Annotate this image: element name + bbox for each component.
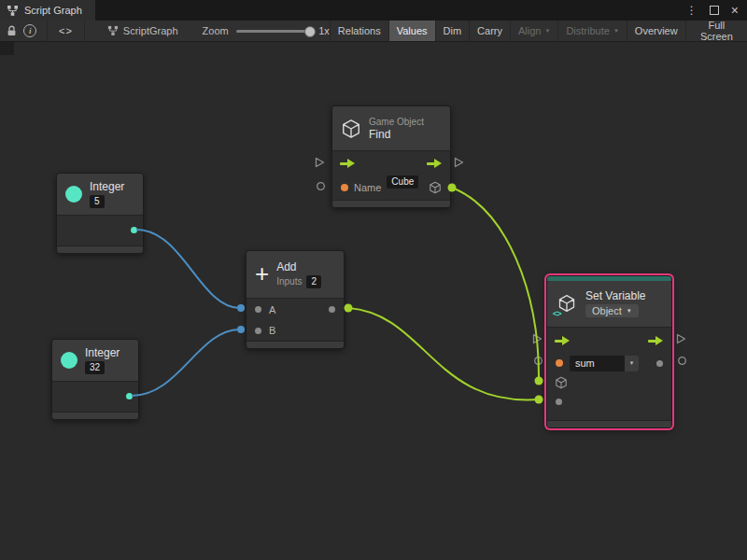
code-toggle-button[interactable]: <> — [47, 21, 85, 41]
node-title: Add — [276, 261, 321, 273]
dropdown-arrow-icon: ▼ — [627, 308, 632, 314]
zoom-slider-fill — [236, 30, 309, 33]
find-node[interactable]: Game Object Find Name Cube — [331, 105, 451, 208]
node-footer — [247, 341, 344, 348]
node-footer — [332, 200, 450, 207]
zoom-label: Zoom — [203, 25, 229, 36]
tab-title: Script Graph — [24, 5, 82, 16]
name-value-field[interactable]: Cube — [387, 175, 418, 189]
add-node[interactable]: + Add Inputs 2 A B — [246, 250, 345, 349]
lock-icon[interactable] — [3, 21, 21, 41]
flow-out-arrow-icon[interactable] — [648, 335, 664, 346]
value-input-port[interactable] — [556, 399, 562, 405]
set-variable-node[interactable]: <> Set Variable Object ▼ sum ▼ — [546, 275, 672, 428]
set-variable-icon: <> — [556, 293, 578, 315]
unity-script-graph-window: Script Graph ⋮ × i <> ScriptGrap — [0, 0, 747, 560]
graph-toolbar: i <> ScriptGraph Zoom 1x Relations Value… — [0, 21, 747, 42]
close-icon[interactable]: × — [731, 0, 739, 21]
gameobject-input-port[interactable] — [555, 376, 568, 389]
value-output-port[interactable] — [677, 356, 687, 366]
output-port-value[interactable] — [656, 360, 663, 367]
node-category: Game Object — [369, 117, 424, 127]
integer-node-2[interactable]: Integer 32 — [51, 339, 139, 420]
graph-asset-icon — [107, 25, 119, 36]
inputs-count-field[interactable]: 2 — [306, 275, 321, 288]
output-port[interactable] — [126, 393, 133, 399]
output-port[interactable] — [131, 227, 137, 233]
node-footer — [52, 412, 138, 419]
relations-button[interactable]: Relations — [330, 21, 388, 41]
node-title: Integer — [90, 181, 124, 193]
add-icon: + — [255, 261, 269, 286]
dim-button[interactable]: Dim — [435, 21, 470, 41]
flow-output-port[interactable] — [454, 157, 464, 168]
dropdown-arrow-icon: ▼ — [629, 360, 635, 366]
gameobject-output-port[interactable] — [429, 181, 442, 194]
node-footer — [57, 245, 143, 253]
output-port-sum[interactable] — [329, 306, 335, 313]
node-footer — [547, 420, 671, 427]
name-input-port[interactable] — [341, 184, 348, 191]
canvas-corner — [0, 41, 14, 55]
node-title: Find — [369, 129, 424, 141]
flow-input-port[interactable] — [532, 333, 543, 344]
node-title: Set Variable — [585, 290, 645, 302]
flow-output-port[interactable] — [676, 333, 686, 344]
flow-in-arrow-icon[interactable] — [555, 335, 571, 346]
gameobject-cube-icon — [341, 119, 361, 139]
tab-script-graph[interactable]: Script Graph — [0, 0, 95, 21]
flow-input-port[interactable] — [315, 157, 325, 168]
maximize-icon[interactable] — [710, 6, 719, 15]
window-controls: ⋮ × — [686, 0, 747, 21]
port-a-label: A — [269, 304, 275, 315]
graph-name-label: ScriptGraph — [123, 25, 178, 36]
input-port-a[interactable] — [255, 306, 261, 313]
dropdown-arrow-icon: ▼ — [613, 28, 619, 34]
distribute-button[interactable]: Distribute ▼ — [557, 21, 626, 41]
value-input-port[interactable] — [316, 181, 326, 191]
info-icon[interactable]: i — [21, 21, 40, 41]
integer-value-field[interactable]: 32 — [85, 361, 105, 374]
node-title: Integer — [85, 347, 120, 359]
integer-icon — [65, 186, 82, 203]
variable-scope-dropdown[interactable]: Object ▼ — [585, 304, 639, 317]
title-bar: Script Graph ⋮ × — [0, 0, 747, 21]
flow-out-arrow-icon[interactable] — [427, 158, 443, 169]
name-param-label: Name — [354, 182, 381, 193]
zoom-slider-handle[interactable] — [304, 26, 316, 37]
graph-name-group[interactable]: ScriptGraph — [107, 25, 178, 36]
value-input-port[interactable] — [533, 356, 543, 366]
port-b-label: B — [269, 325, 275, 336]
dropdown-arrow-icon: ▼ — [544, 28, 550, 34]
zoom-value: 1x — [318, 25, 330, 36]
variable-name-dropdown[interactable]: sum ▼ — [570, 356, 639, 371]
inputs-label: Inputs — [276, 276, 302, 287]
fullscreen-button[interactable]: Full Screen — [685, 21, 747, 41]
script-graph-icon — [7, 5, 19, 17]
values-button[interactable]: Values — [388, 21, 435, 41]
window-menu-icon[interactable]: ⋮ — [686, 0, 698, 21]
variable-name-port[interactable] — [556, 359, 563, 367]
integer-icon — [61, 352, 78, 369]
integer-node-1[interactable]: Integer 5 — [56, 173, 144, 254]
flow-in-arrow-icon[interactable] — [340, 158, 356, 169]
input-port-b[interactable] — [255, 328, 261, 334]
align-button[interactable]: Align ▼ — [510, 21, 557, 41]
carry-button[interactable]: Carry — [469, 21, 510, 41]
overview-button[interactable]: Overview — [627, 21, 685, 41]
integer-value-field[interactable]: 5 — [90, 195, 105, 208]
zoom-slider[interactable] — [236, 30, 313, 33]
